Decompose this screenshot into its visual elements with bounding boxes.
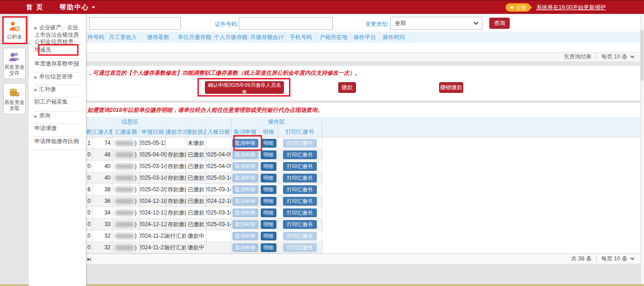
chevron-right-icon: ▶ (34, 75, 37, 79)
extra-count-cell: 0 (86, 195, 92, 207)
rail-item-gongjijin[interactable]: 公积金 (3, 17, 26, 43)
print-remit-button[interactable]: 打印汇缴书 (283, 162, 317, 171)
menu-item-9[interactable]: 申请降低缴存比例 (34, 138, 84, 145)
remit-col-header-9: 明细 (259, 126, 278, 137)
amount-suffix: ) (135, 186, 137, 193)
employee-col-header-3: 缴存基数 (140, 32, 177, 43)
revoke-pay-button[interactable]: 撤销缴款 (439, 82, 463, 93)
menu-item-8[interactable]: 申请缓缴 (34, 125, 84, 132)
menu-divider (33, 124, 82, 124)
keyword-input[interactable] (89, 17, 181, 30)
chevron-right-icon: ▶ (34, 88, 37, 92)
amount-cell: ) (112, 242, 140, 254)
cancel-declare-button[interactable]: 取消申报 (232, 139, 258, 148)
menu-divider (33, 97, 82, 98)
chevron-right-icon: ▶ (34, 114, 37, 118)
cancel-declare-button-cell: 取消申报 (231, 219, 259, 230)
nav-help-center[interactable]: 帮助中心 (59, 3, 95, 12)
detail-button[interactable]: 明细 (261, 243, 276, 252)
people-count-cell: 33 (92, 219, 112, 230)
redacted-amount (115, 234, 134, 239)
entry-date-cell (206, 137, 231, 149)
scroll-end-icon[interactable]: ▶| (87, 257, 91, 261)
id-number-input[interactable] (239, 17, 333, 30)
detail-button[interactable]: 明细 (261, 174, 276, 182)
scrollbar-thumb[interactable] (641, 30, 644, 81)
detail-button[interactable]: 明细 (261, 197, 276, 206)
svg-text:¥: ¥ (16, 93, 18, 96)
maintenance-notice-link[interactable]: 系统将在19:00开始更新维护 (536, 4, 606, 12)
pay-method-cell: 银行汇款 (166, 242, 186, 254)
pay-status-cell: 已缴款 (186, 195, 206, 207)
entry-date-cell: 2025-03-14 (206, 219, 231, 230)
pay-status-cell: 缴款中 (186, 230, 206, 242)
redacted-amount (115, 187, 134, 192)
remit-col-header-3: 汇缴金额 (112, 126, 140, 137)
print-remit-button[interactable]: 打印汇缴书 (283, 197, 317, 206)
print-remit-button-cell: 打印汇缴书 (278, 219, 322, 230)
pay-status-cell: 已缴款 (186, 207, 206, 219)
change-type-select[interactable]: 全部 (390, 17, 482, 30)
pay-status-cell: 已缴款 (186, 149, 206, 161)
print-remit-button[interactable]: 打印汇缴书 (283, 185, 317, 194)
detail-button[interactable]: 明细 (261, 162, 276, 171)
entry-date-cell: 2025-03-14 (206, 172, 231, 184)
base-adjust-notice: ，可通过首页的【个人缴存基数修改】功能调整职工缴存基数（线上渠道住房公积金年度内… (87, 69, 361, 77)
menu-item-5[interactable]: ▶汇补缴 (34, 86, 84, 93)
cancel-declare-button-cell: 取消申报 (231, 242, 259, 254)
query-button[interactable]: 查询 (489, 18, 510, 29)
detail-button[interactable]: 明细 (261, 232, 276, 240)
menu-item-3[interactable]: 年度缴存基数申报 (34, 60, 84, 67)
divider (596, 54, 597, 60)
entry-date-cell: 2024-12-18 (206, 195, 231, 207)
detail-button-cell: 明细 (259, 242, 278, 254)
amount-suffix: ) (135, 233, 137, 239)
chevron-down-icon[interactable] (631, 256, 634, 260)
menu-divider (33, 84, 82, 85)
pay-button[interactable]: 缴款 (338, 82, 356, 93)
menu-item-4[interactable]: ▶单位信息管理 (34, 73, 84, 81)
pay-status-cell: 缴款中 (186, 242, 206, 254)
cancel-declare-button: 取消申报 (232, 174, 258, 182)
menu-item-2[interactable]: 增减员 (34, 46, 84, 53)
amount-suffix: ) (135, 221, 137, 228)
menu-item-7[interactable]: ▶查询 (34, 112, 84, 120)
amount-cell: ) (112, 149, 140, 161)
rail-item-fanggai-deposit[interactable]: 房改资金交存 (3, 48, 26, 79)
rail-label-fanggai-withdraw: 房改资金支取 (4, 99, 25, 111)
nav-home[interactable]: 首 页 (26, 3, 44, 12)
amount-suffix: ) (135, 175, 137, 181)
detail-button[interactable]: 明细 (261, 150, 276, 159)
declare-date-cell: 2025-03-14 (140, 172, 166, 184)
print-remit-button-cell: 打印汇缴书 (278, 161, 322, 172)
rail-item-fanggai-withdraw[interactable]: ¥ 房改资金支取 (3, 83, 26, 114)
id-number-label: 证件号码: (215, 20, 238, 28)
print-remit-button[interactable]: 打印汇缴书 (283, 150, 317, 159)
people-count-cell: 32 (92, 242, 112, 254)
page-scrollbar[interactable] (640, 14, 644, 286)
cancel-declare-button: 取消申报 (232, 150, 258, 159)
detail-button[interactable]: 明细 (261, 220, 276, 229)
chevron-down-icon[interactable] (631, 54, 634, 58)
rail-label-fanggai-deposit: 房改资金交存 (4, 64, 25, 76)
detail-button[interactable]: 明细 (261, 208, 276, 217)
left-icon-rail: 公积金 房改资金交存 ¥ 房改资金支取 (0, 14, 29, 286)
print-remit-button-cell: 打印汇缴书 (278, 172, 322, 184)
print-remit-button[interactable]: 打印汇缴书 (283, 174, 317, 182)
badge-pointer-icon (530, 6, 534, 9)
redacted-amount (115, 164, 134, 169)
print-remit-button-cell: 打印汇缴书 (278, 195, 322, 207)
amount-suffix: ) (135, 244, 137, 251)
employee-col-header-8: 户籍所在地 (317, 32, 350, 43)
detail-button[interactable]: 明细 (261, 139, 276, 148)
menu-item-6[interactable]: 职工户籍采集 (34, 98, 84, 105)
remit-col-header-4: 申报日期 (140, 126, 166, 137)
print-remit-button[interactable]: 打印汇缴书 (283, 220, 317, 229)
remit-col-header-6: 缴款状态 (186, 126, 206, 137)
remit-table-header: 数汇缴人数汇缴金额申报日期缴款方式缴款状态入账日期取消申报明细打印汇缴书 (29, 126, 640, 137)
change-type-label: 变更类型: (365, 20, 389, 28)
announcement-badge: 公告 (506, 3, 531, 12)
print-remit-button[interactable]: 打印汇缴书 (283, 208, 317, 217)
confirm-declare-button[interactable]: 确认申报2025年09月缴存人员名单 (205, 81, 284, 94)
detail-button[interactable]: 明细 (261, 185, 276, 194)
